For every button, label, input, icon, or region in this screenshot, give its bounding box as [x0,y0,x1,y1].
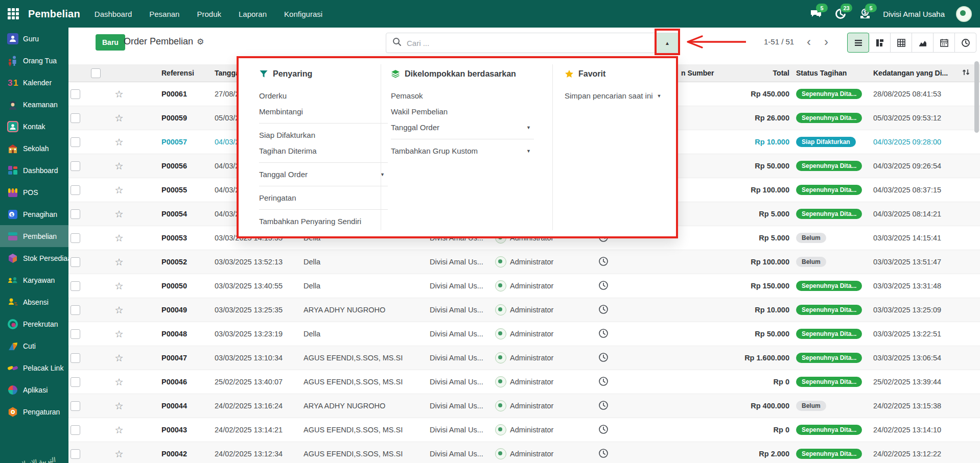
header-total[interactable]: Total [729,69,791,77]
search-dropdown-toggle[interactable]: ▲ [656,33,679,53]
payments-icon[interactable]: $ 5 [858,7,872,20]
sidebar-item-orang-tua[interactable]: Orang Tua [0,50,68,71]
table-row[interactable]: ☆ P00044 24/02/2025 13:16:24 ARYA ADHY N… [68,394,980,418]
menu-konfigurasi[interactable]: Konfigurasi [284,10,322,18]
sidebar-item-pembelian[interactable]: Pembelian [0,225,68,247]
sidebar-item-karyawan[interactable]: Karyawan [0,269,68,291]
row-star-toggle[interactable]: ☆ [107,88,131,100]
table-row[interactable]: ☆ P00049 03/03/2025 13:25:35 ARYA ADHY N… [68,298,980,322]
row-checkbox[interactable] [68,209,107,219]
row-star-toggle[interactable]: ☆ [107,304,131,316]
row-star-toggle[interactable]: ☆ [107,208,131,220]
filter-option-tagihan-diterima[interactable]: Tagihan Diterima [259,143,388,159]
sidebar-item-cuti[interactable]: Cuti [0,335,68,357]
table-row[interactable]: ☆ P00048 03/03/2025 13:23:19 Della Divis… [68,322,980,346]
pager-previous-button[interactable]: ‹ [801,33,817,51]
select-all-checkbox[interactable] [68,68,107,78]
row-checkbox[interactable] [68,281,107,291]
sidebar-item-stok-persediaan[interactable]: Stok Persediaan [0,247,68,269]
filter-option-membintangi[interactable]: Membintangi [259,104,388,119]
row-checkbox[interactable] [68,137,107,147]
sidebar-item-kontak[interactable]: Kontak [0,115,68,137]
row-checkbox[interactable] [68,425,107,435]
sidebar-item-perekrutan[interactable]: Perekrutan [0,313,68,335]
sidebar-item-penagihan[interactable]: $Penagihan [0,203,68,225]
row-checkbox[interactable] [68,185,107,195]
new-button[interactable]: Baru [96,34,125,51]
table-row[interactable]: ☆ P00043 24/02/2025 13:14:21 AGUS EFENDI… [68,418,980,442]
activities-icon[interactable]: 23 [834,7,847,20]
menu-pesanan[interactable]: Pesanan [149,10,179,18]
activity-clock-icon[interactable] [570,400,637,412]
table-row[interactable]: ☆ P00052 03/03/2025 13:52:13 Della Divis… [68,250,980,274]
row-checkbox[interactable] [68,233,107,243]
activity-clock-icon[interactable] [570,352,637,364]
header-kedatangan[interactable]: Kedatangan yang Di... [869,69,960,77]
activity-clock-icon[interactable] [570,280,637,292]
menu-laporan[interactable]: Laporan [239,10,267,18]
row-star-toggle[interactable]: ☆ [107,448,131,460]
row-star-toggle[interactable]: ☆ [107,280,131,292]
sidebar-item-guru[interactable]: Guru [0,28,68,50]
filter-option-siap-difakturkan[interactable]: Siap Difakturkan [259,127,388,143]
group-by-option-tanggal-order[interactable]: Tanggal Order▼ [391,119,534,135]
row-star-toggle[interactable]: ☆ [107,232,131,244]
header-status-tagihan[interactable]: Status Tagihan [791,69,869,77]
row-star-toggle[interactable]: ☆ [107,184,131,196]
row-checkbox[interactable] [68,305,107,315]
row-star-toggle[interactable]: ☆ [107,376,131,388]
row-checkbox[interactable] [68,449,107,459]
sidebar-item-sekolah[interactable]: Sekolah [0,137,68,159]
sidebar-item-pengaturan[interactable]: Pengaturan [0,401,68,423]
row-checkbox[interactable] [68,89,107,99]
row-star-toggle[interactable]: ☆ [107,112,131,124]
calendar-view-button[interactable] [933,33,955,53]
filter-option-tambahkan-penyaring-sendiri[interactable]: Tambahkan Penyaring Sendiri [259,213,388,229]
filter-option-peringatan[interactable]: Peringatan [259,190,388,206]
table-row[interactable]: ☆ P00050 03/03/2025 13:40:55 Della Divis… [68,274,980,298]
row-star-toggle[interactable]: ☆ [107,160,131,172]
row-checkbox[interactable] [68,377,107,387]
row-checkbox[interactable] [68,257,107,267]
search-input[interactable] [406,38,656,48]
kanban-view-button[interactable] [869,33,891,53]
group-by-option-pemasok[interactable]: Pemasok [391,88,534,104]
messages-icon[interactable]: 5 [809,7,823,20]
activity-clock-icon[interactable] [570,424,637,436]
filter-option-orderku[interactable]: Orderku [259,88,388,104]
row-star-toggle[interactable]: ☆ [107,400,131,412]
apps-grid-icon[interactable] [8,8,19,19]
row-checkbox[interactable] [68,401,107,411]
row-star-toggle[interactable]: ☆ [107,424,131,436]
sidebar-item-kalender[interactable]: 31Kalender [0,71,68,93]
list-view-button[interactable] [847,33,869,53]
activity-clock-icon[interactable] [570,256,637,268]
row-star-toggle[interactable]: ☆ [107,352,131,364]
company-switcher[interactable]: Divisi Amal Usaha [883,10,945,18]
favorite-option-simpan-pencarian-saat-ini[interactable]: Simpan pencarian saat ini▼ [565,88,674,104]
activity-clock-icon[interactable] [570,328,637,340]
sidebar-item-pos[interactable]: POS [0,181,68,203]
row-checkbox[interactable] [68,161,107,171]
header-referensi[interactable]: Referensi [131,69,213,77]
filter-option-tanggal-order[interactable]: Tanggal Order▼ [259,166,388,182]
activity-clock-icon[interactable] [570,376,637,388]
activity-clock-icon[interactable] [570,448,637,460]
activity-view-button[interactable] [954,33,976,53]
row-checkbox[interactable] [68,353,107,363]
vertical-scrollbar[interactable] [974,61,979,133]
row-star-toggle[interactable]: ☆ [107,256,131,268]
sidebar-item-pelacak-link[interactable]: Pelacak Link [0,357,68,379]
row-star-toggle[interactable]: ☆ [107,136,131,148]
sidebar-item-dashboard[interactable]: Dashboard [0,159,68,181]
pager-next-button[interactable]: › [818,33,834,51]
row-checkbox[interactable] [68,329,107,339]
group-by-option-tambahkan-grup-kustom[interactable]: Tambahkan Grup Kustom▼ [391,143,534,159]
group-by-option-wakil-pembelian[interactable]: Wakil Pembelian [391,104,534,119]
row-star-toggle[interactable]: ☆ [107,328,131,340]
activity-clock-icon[interactable] [570,304,637,316]
table-row[interactable]: ☆ P00046 25/02/2025 13:40:07 AGUS EFENDI… [68,370,980,394]
graph-view-button[interactable] [912,33,934,53]
table-row[interactable]: ☆ P00047 03/03/2025 13:10:34 AGUS EFENDI… [68,346,980,370]
sidebar-item-aplikasi[interactable]: Aplikasi [0,379,68,401]
